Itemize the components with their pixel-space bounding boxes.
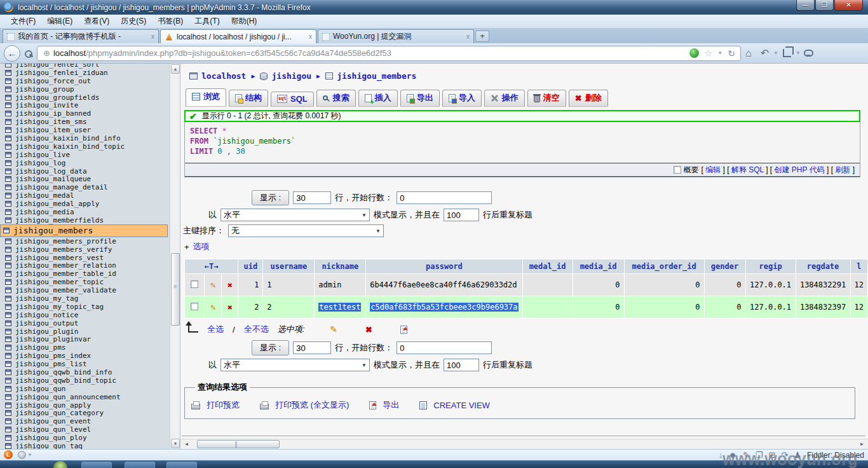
sidebar-table-item[interactable]: jishigou_qun_ploy — [0, 434, 180, 442]
edit-pencil-icon[interactable]: ✎ — [210, 302, 215, 312]
close-button[interactable]: ✕ — [834, 0, 863, 11]
column-header-media_order_id[interactable]: media_order_id — [625, 259, 704, 273]
menu-item[interactable]: 编辑(E) — [41, 15, 78, 28]
sidebar-table-item[interactable]: jishigou_members_vest — [0, 254, 180, 262]
sidebar-table-item[interactable]: jishigou_media — [0, 208, 180, 216]
query-link-编辑[interactable]: 编辑 — [705, 165, 721, 174]
addon-orange-icon[interactable]: L — [4, 450, 13, 459]
reload-icon[interactable]: ↻ — [728, 48, 735, 59]
rows-count-input-bottom[interactable] — [293, 341, 331, 354]
column-header-gender[interactable]: gender — [705, 259, 745, 273]
minimize-button[interactable]: — — [796, 0, 815, 11]
undo-dropdown-icon[interactable]: ▼ — [773, 50, 778, 56]
browser-tab[interactable]: WooYun.org | 提交漏洞x — [318, 29, 474, 43]
addon-globe-icon[interactable] — [18, 451, 26, 459]
tab-close-icon[interactable]: x — [309, 33, 312, 40]
sidebar-table-item[interactable]: jishigou_pms_index — [0, 352, 180, 360]
sidebar-table-item[interactable]: jishigou_fenlei_ziduan — [0, 69, 180, 77]
sidebar-table-item[interactable]: jishigou_manage_detail — [0, 183, 180, 191]
rows-count-input[interactable] — [293, 191, 331, 204]
chat-bubble-icon[interactable] — [804, 50, 813, 57]
sidebar-table-item[interactable]: jishigou_members_verify — [0, 245, 180, 254]
sidebar-table-item[interactable]: jishigou_pluginvar — [0, 336, 180, 344]
edit-selected-icon[interactable]: ✎ — [330, 324, 337, 334]
sidebar-table-item[interactable]: jishigou_notice — [0, 311, 180, 319]
horizontal-scrollbar-thumb[interactable] — [197, 440, 280, 448]
column-header-medal_id[interactable]: medal_id — [523, 259, 573, 273]
sidebar-table-item[interactable]: jishigou_medal — [0, 191, 180, 200]
row-checkbox[interactable] — [191, 303, 198, 310]
query-link-刷新[interactable]: 刷新 — [835, 165, 850, 174]
browser-tab[interactable]: 我的首页 - 记事狗微博手机版 -x — [3, 29, 159, 43]
mode-select[interactable]: 水平▼ — [220, 209, 370, 221]
menu-item[interactable]: 文件(F) — [5, 15, 41, 28]
breadcrumb-item[interactable]: localhost — [189, 71, 246, 81]
repeat-headers-input[interactable] — [444, 209, 479, 221]
sidebar-table-item[interactable]: jishigou_kaixin_bind_info — [0, 134, 180, 142]
scroll-right-icon[interactable]: ► — [857, 440, 867, 449]
resultset-link-CREATE VIEW[interactable]: CREATE VIEW — [433, 401, 490, 410]
query-link-解释 SQL[interactable]: 解释 SQL — [731, 165, 764, 174]
column-toggle-header[interactable]: ←T→ — [185, 259, 238, 273]
sidebar-table-item[interactable]: jishigou_medal_apply — [0, 200, 180, 208]
pma-tab-插入[interactable]: 插入 — [358, 90, 398, 106]
screenshot-icon[interactable] — [783, 49, 791, 57]
query-link-创建 PHP 代码[interactable]: 创建 PHP 代码 — [775, 165, 825, 174]
back-button[interactable]: ← — [4, 45, 20, 62]
column-header-regip[interactable]: regip — [746, 259, 796, 273]
start-row-input-bottom[interactable] — [397, 341, 492, 354]
delete-x-icon[interactable]: ✖ — [227, 303, 233, 312]
show-button[interactable]: 显示 : — [252, 190, 289, 205]
sidebar-table-item[interactable]: jishigou_member_topic — [0, 278, 180, 286]
sidebar-table-item[interactable]: jishigou_output — [0, 319, 180, 327]
column-header-l[interactable]: l — [851, 259, 867, 273]
menu-item[interactable]: 历史(S) — [115, 15, 152, 28]
sidebar-table-item[interactable]: jishigou_my_topic_tag — [0, 303, 180, 311]
resultset-link-打印预览[interactable]: 打印预览 — [207, 399, 240, 411]
taskbar-button[interactable] — [125, 462, 155, 468]
column-header-uid[interactable]: uid — [238, 259, 262, 273]
menu-item[interactable]: 帮助(H) — [226, 15, 263, 28]
scroll-down-icon[interactable]: ▼ — [171, 439, 180, 448]
sidebar-table-item[interactable]: jishigou_qun_apply — [0, 401, 180, 410]
sidebar-table-item[interactable]: jishigou_qun_tag — [0, 442, 180, 449]
sidebar-scrollbar[interactable]: ▲ ▼ — [170, 64, 180, 449]
sidebar-table-item[interactable]: jishigou_member_table_id — [0, 270, 180, 278]
sidebar-table-item[interactable]: jishigou_qun_category — [0, 410, 180, 418]
column-header-nickname[interactable]: nickname — [315, 259, 365, 273]
pma-tab-操作[interactable]: 操作 — [484, 90, 525, 106]
bookmark-star-icon[interactable]: ☆ — [704, 48, 712, 59]
sidebar-table-item[interactable]: jishigou_member_validate — [0, 286, 180, 294]
menu-item[interactable]: 工具(T) — [189, 15, 225, 28]
sidebar-table-item[interactable]: jishigou_qqwb_bind_topic — [0, 376, 180, 385]
show-button-bottom[interactable]: 显示 : — [252, 340, 289, 355]
column-header-media_id[interactable]: media_id — [573, 259, 624, 273]
forward-key-icon[interactable] — [24, 50, 32, 57]
column-header-password[interactable]: password — [366, 259, 522, 273]
browser-tab[interactable]: localhost / localhost / jishigou / ji...… — [160, 29, 316, 43]
row-checkbox[interactable] — [191, 280, 198, 288]
sidebar-table-item[interactable]: jishigou_qun_level — [0, 425, 180, 434]
repeat-headers-input-bottom[interactable] — [444, 359, 479, 371]
sidebar-table-item[interactable]: jishigou_fenlei_sort — [0, 64, 180, 69]
pma-tab-结构[interactable]: 结构 — [229, 90, 268, 106]
taskbar-button[interactable] — [81, 462, 112, 468]
resultset-link-打印预览 (全文显示)[interactable]: 打印预览 (全文显示) — [275, 399, 349, 411]
check-all-link[interactable]: 全选 — [207, 324, 224, 335]
menu-item[interactable]: 书签(B) — [152, 15, 189, 28]
screenshot-dropdown-icon[interactable]: ▼ — [796, 50, 801, 56]
sidebar-table-item[interactable]: jishigou_qun — [0, 385, 180, 393]
edit-pencil-icon[interactable]: ✎ — [210, 280, 215, 290]
pma-tab-SQL[interactable]: SQL — [271, 92, 314, 106]
sidebar-table-item[interactable]: jishigou_live — [0, 151, 180, 159]
sort-select[interactable]: 无▼ — [228, 224, 384, 237]
tab-close-icon[interactable]: x — [151, 33, 154, 40]
undo-icon[interactable]: ↶ — [761, 47, 769, 59]
pma-tab-搜索[interactable]: 搜索 — [316, 90, 356, 106]
sidebar-table-item[interactable]: jishigou_pms — [0, 343, 180, 352]
start-orb[interactable] — [53, 461, 67, 468]
sidebar-table-item[interactable]: jishigou_my_tag — [0, 294, 180, 303]
sidebar-table-item[interactable]: jishigou_ip_banned — [0, 109, 180, 118]
options-link[interactable]: 选项 — [193, 241, 210, 252]
addon-dropdown-icon[interactable]: ▼ — [27, 452, 32, 458]
